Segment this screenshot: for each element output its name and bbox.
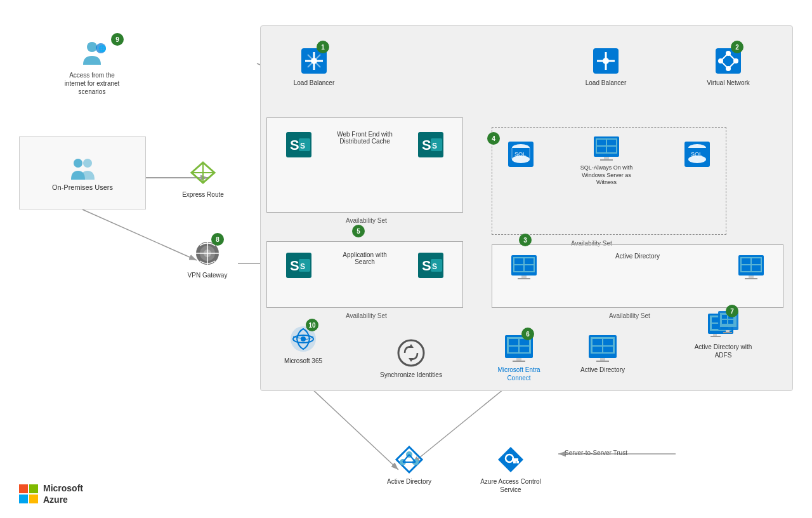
active-directory-6-label: Active Directory (580, 366, 625, 374)
avail-set-1-label: Availability Set (346, 217, 387, 224)
active-directory-7-label: Active Directory with ADFS (688, 343, 758, 359)
badge-2: 2 (731, 41, 743, 53)
svg-rect-93 (749, 276, 754, 278)
active-directory-6-icon (587, 333, 618, 363)
svg-point-31 (311, 58, 317, 64)
active-directory-6-block: Active Directory (574, 333, 631, 374)
svg-marker-133 (396, 447, 422, 472)
onprem-label: On-Premises Users (52, 183, 113, 191)
sharepoint-icon-1: S S (285, 131, 313, 159)
avail-set-4: Active Directory (492, 244, 783, 308)
svg-rect-116 (596, 361, 609, 362)
load-balancer-1-block: 1 Load Balancer (285, 46, 343, 87)
svg-rect-108 (513, 361, 525, 362)
svg-rect-107 (516, 358, 521, 361)
svg-marker-140 (498, 447, 523, 472)
azure-access-control-label: Azure Access Control Service (479, 477, 542, 494)
avail-set-4-label: Availability Set (609, 312, 650, 319)
svg-rect-81 (514, 258, 523, 264)
active-directory-7-block: 7 (688, 310, 758, 359)
svg-rect-92 (752, 265, 761, 271)
express-route-block: Express Route (178, 157, 228, 199)
server-trust-label: Server-to-Server Trust (565, 449, 627, 456)
web-frontend-label: Web Front End with Distributed Cache (333, 131, 396, 145)
ms-entra-label: Microsoft Entra Connect (487, 366, 551, 382)
avail-set-2-label: Availability Set (346, 312, 387, 319)
svg-rect-114 (603, 347, 613, 352)
load-balancer-1-label: Load Balancer (294, 79, 335, 87)
sharepoint-icon-2: S S (417, 131, 445, 159)
sync-identities-block: Synchronize Identities (379, 338, 443, 379)
express-route-icon (188, 157, 218, 188)
access-internet-block: 9 🌐 Access from the internet for extrane… (63, 38, 121, 96)
svg-rect-124 (710, 336, 721, 337)
svg-rect-130 (728, 320, 733, 324)
svg-rect-132 (723, 332, 732, 333)
svg-rect-68 (597, 140, 606, 145)
win-vm-icon-1 (510, 253, 538, 281)
badge-10: 10 (306, 319, 318, 331)
azure-access-control-icon (495, 444, 526, 475)
virtual-network-label: Virtual Network (707, 79, 750, 87)
svg-rect-94 (745, 278, 757, 279)
sync-identities-label: Synchronize Identities (380, 371, 442, 379)
express-route-label: Express Route (182, 190, 224, 199)
svg-rect-127 (722, 315, 727, 319)
svg-rect-112 (603, 339, 613, 345)
ms-azure-logo: MicrosoftAzure (19, 482, 83, 505)
ms-squares-icon (19, 484, 38, 503)
win-vm-icon-2 (737, 253, 765, 281)
svg-rect-142 (512, 458, 518, 461)
access-internet-label: Access from the internet for extranet sc… (63, 71, 121, 96)
microsoft-365-block: 10 Microsoft 365 (275, 324, 332, 365)
svg-rect-91 (742, 265, 750, 271)
azure-access-control-block: Azure Access Control Service (479, 444, 542, 494)
svg-rect-71 (607, 147, 616, 152)
active-directory-bottom-label: Active Directory (387, 477, 431, 486)
svg-text:S: S (300, 262, 305, 271)
microsoft-365-label: Microsoft 365 (284, 357, 322, 365)
badge-4: 4 (487, 132, 500, 145)
svg-text:S: S (290, 258, 299, 274)
svg-rect-131 (726, 330, 730, 332)
svg-rect-84 (525, 265, 534, 271)
svg-rect-86 (518, 278, 530, 279)
diagram-container: 9 🌐 Access from the internet for extrane… (0, 0, 812, 518)
svg-rect-105 (509, 347, 518, 352)
sync-identities-icon (396, 338, 426, 368)
badge-8: 8 (211, 233, 224, 246)
svg-rect-85 (521, 276, 527, 278)
load-balancer-2-block: Load Balancer (577, 46, 634, 87)
load-balancer-2-icon (591, 46, 621, 76)
svg-rect-144 (513, 461, 516, 463)
vpn-gateway-label: VPN Gateway (188, 271, 228, 279)
avail-set-2: S S S S Application with Search (266, 241, 463, 308)
badge-1: 1 (317, 41, 329, 53)
badge-6: 6 (521, 328, 534, 340)
access-internet-icon: 🌐 (77, 38, 107, 69)
svg-rect-82 (525, 258, 534, 264)
svg-text:SQL: SQL (691, 151, 702, 157)
svg-text:S: S (300, 142, 305, 150)
svg-text:S: S (422, 137, 431, 153)
active-directory-bottom-block: Active Directory (381, 444, 438, 486)
svg-text:S: S (432, 142, 437, 150)
svg-point-17 (87, 42, 97, 52)
badge-3: 3 (519, 234, 532, 246)
ms-azure-text: MicrosoftAzure (43, 482, 83, 505)
windows-server-icon (593, 134, 620, 162)
svg-rect-113 (593, 347, 602, 352)
sql-always-on-label: SQL-Always On with Windows Server as Wit… (575, 164, 638, 187)
sharepoint-icon-4: S S (417, 251, 445, 279)
svg-point-42 (603, 58, 609, 64)
virtual-network-block: 2 Virtual Network (697, 46, 760, 87)
avail-set-1: S S S S Web Front End with Distributed C… (266, 117, 463, 213)
svg-rect-70 (597, 147, 606, 152)
sql-icon-1: SQL (507, 140, 535, 168)
svg-rect-90 (752, 258, 761, 264)
active-directory-bottom-icon (394, 444, 424, 475)
svg-text:S: S (290, 137, 299, 153)
svg-text:🌐: 🌐 (98, 44, 107, 53)
svg-rect-69 (607, 140, 616, 145)
svg-rect-73 (600, 159, 613, 161)
